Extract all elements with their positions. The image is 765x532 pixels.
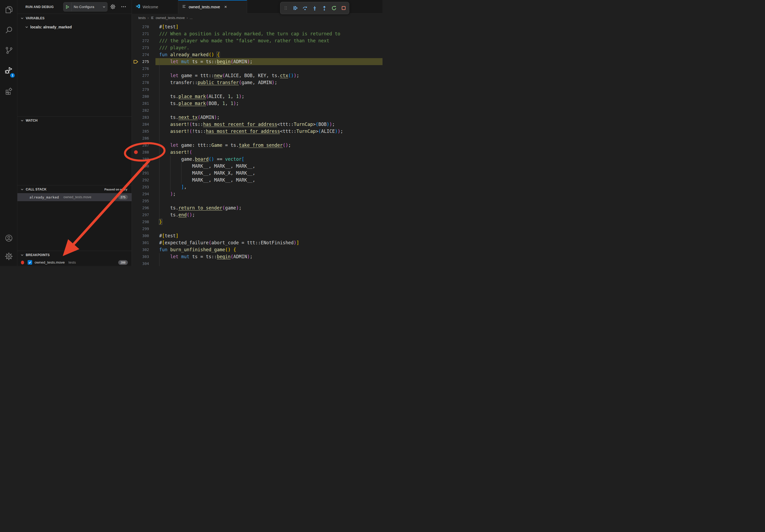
code-line[interactable]: 301#[expected_failure(abort_code = ttt::… — [132, 239, 382, 246]
code-line-content[interactable]: game.board() == vector[ — [156, 155, 382, 162]
gutter-glyph-margin[interactable] — [132, 190, 140, 197]
code-line-content[interactable]: /// player. — [156, 44, 382, 51]
gutter-glyph-margin[interactable] — [132, 218, 140, 225]
code-line[interactable]: 280 ts.place_mark(ALICE, 1, 1); — [132, 93, 382, 100]
code-line[interactable]: 279 — [132, 86, 382, 93]
code-line-content[interactable]: } — [156, 218, 382, 225]
code-line[interactable]: 299 — [132, 225, 382, 232]
section-header-breakpoints[interactable]: BREAKPOINTS — [17, 252, 132, 258]
breakpoint-checkbox[interactable] — [28, 260, 32, 265]
code-line[interactable]: 283 ts.next_tx(ADMIN); — [132, 114, 382, 121]
step-into-button[interactable] — [311, 3, 319, 13]
code-line-content[interactable] — [156, 197, 382, 204]
code-line[interactable]: 284 assert!(ts::has_most_recent_for_addr… — [132, 121, 382, 128]
code-line-content[interactable]: #[expected_failure(abort_code = ttt::ENo… — [156, 239, 382, 246]
code-line-content[interactable]: /// When a position is already marked, t… — [156, 30, 382, 37]
gutter-glyph-margin[interactable] — [132, 58, 140, 65]
gutter-glyph-margin[interactable] — [132, 121, 140, 128]
code-line-content[interactable]: let mut ts = ts::begin(ADMIN); — [156, 58, 382, 65]
tab-owned-tests[interactable]: owned_tests.move × — [178, 0, 247, 14]
code-area[interactable]: 270#[test]271/// When a position is alre… — [132, 22, 382, 266]
code-line-content[interactable]: ); — [156, 190, 382, 197]
gutter-glyph-margin[interactable] — [132, 149, 140, 155]
gutter-glyph-margin[interactable] — [132, 162, 140, 169]
gutter-glyph-margin[interactable] — [132, 107, 140, 114]
sidebar-item-search[interactable] — [0, 20, 17, 41]
line-number[interactable]: 271 — [140, 30, 149, 37]
call-stack-frame[interactable]: already_marked owned_tests.move 275 — [17, 193, 132, 201]
tab-welcome[interactable]: Welcome — [132, 0, 178, 14]
gutter-glyph-margin[interactable] — [132, 155, 140, 162]
gutter-glyph-margin[interactable] — [132, 86, 140, 93]
code-line[interactable]: 304 — [132, 260, 382, 266]
gutter-glyph-margin[interactable] — [132, 204, 140, 211]
gutter-glyph-margin[interactable] — [132, 169, 140, 176]
code-line[interactable]: 282 — [132, 107, 382, 114]
gutter-glyph-margin[interactable] — [132, 246, 140, 253]
code-line[interactable]: 274fun already_marked() { — [132, 51, 382, 58]
gutter-glyph-margin[interactable] — [132, 93, 140, 100]
gutter-glyph-margin[interactable] — [132, 100, 140, 107]
line-number[interactable]: 299 — [140, 225, 149, 232]
breakpoint-list-item[interactable]: owned_tests.move tests 288 — [17, 259, 132, 266]
code-line-content[interactable]: MARK__, MARK_X, MARK__, — [156, 169, 382, 176]
code-line-content[interactable]: ts.place_mark(BOB, 1, 1); — [156, 100, 382, 107]
gutter-glyph-margin[interactable] — [132, 37, 140, 44]
line-number[interactable]: 278 — [140, 79, 149, 86]
line-number[interactable]: 280 — [140, 93, 149, 100]
code-line-content[interactable]: assert!( — [156, 149, 382, 155]
section-header-call-stack[interactable]: CALL STACK Paused on entry — [17, 186, 132, 193]
code-line-content[interactable]: let game = ttt::new(ALICE, BOB, KEY, ts.… — [156, 72, 382, 79]
code-line-content[interactable]: assert!(ts::has_most_recent_for_address<… — [156, 121, 382, 128]
code-line-content[interactable] — [156, 225, 382, 232]
line-number[interactable]: 289 — [140, 155, 149, 162]
code-line-content[interactable]: let mut ts = ts::begin(ADMIN); — [156, 253, 382, 260]
line-number[interactable]: 297 — [140, 211, 149, 218]
code-line[interactable]: 290 MARK__, MARK__, MARK__, — [132, 162, 382, 169]
code-line[interactable]: 298} — [132, 218, 382, 225]
section-header-variables[interactable]: VARIABLES — [17, 15, 132, 21]
code-line[interactable]: 271/// When a position is already marked… — [132, 30, 382, 37]
line-number[interactable]: 296 — [140, 204, 149, 211]
variables-scope-row[interactable]: locals: already_marked — [17, 24, 132, 31]
breadcrumb-tests[interactable]: tests — [138, 16, 146, 20]
line-number[interactable]: 302 — [140, 246, 149, 253]
restart-button[interactable] — [330, 3, 338, 13]
gutter-glyph-margin[interactable] — [132, 114, 140, 121]
close-icon[interactable]: × — [224, 5, 227, 9]
code-line-content[interactable]: ts.place_mark(ALICE, 1, 1); — [156, 93, 382, 100]
more-actions-icon[interactable] — [121, 4, 127, 11]
account-button[interactable] — [0, 230, 17, 248]
line-number[interactable]: 283 — [140, 114, 149, 121]
gutter-glyph-margin[interactable] — [132, 225, 140, 232]
code-line-content[interactable]: ts.return_to_sender(game); — [156, 204, 382, 211]
code-line[interactable]: 272/// the player who made the "false" m… — [132, 37, 382, 44]
line-number[interactable]: 273 — [140, 44, 149, 51]
code-line[interactable]: 291 MARK__, MARK_X, MARK__, — [132, 169, 382, 176]
code-line[interactable]: 285 assert!(!ts::has_most_recent_for_add… — [132, 128, 382, 135]
gutter-glyph-margin[interactable] — [132, 142, 140, 149]
code-line-content[interactable]: ts.next_tx(ADMIN); — [156, 114, 382, 121]
gutter-glyph-margin[interactable] — [132, 239, 140, 246]
continue-button[interactable] — [291, 3, 300, 13]
code-line-content[interactable]: transfer::public_transfer(game, ADMIN); — [156, 79, 382, 86]
section-header-watch[interactable]: WATCH — [17, 117, 132, 124]
code-line[interactable]: 295 — [132, 197, 382, 204]
code-line[interactable]: 302fun burn_unfinished_game() { — [132, 246, 382, 253]
step-over-button[interactable] — [301, 3, 309, 13]
gutter-glyph-margin[interactable] — [132, 44, 140, 51]
line-number[interactable]: 288 — [140, 149, 149, 155]
code-line-content[interactable]: #[test] — [156, 23, 382, 30]
code-line[interactable]: 275 let mut ts = ts::begin(ADMIN); — [132, 58, 382, 65]
gutter-glyph-margin[interactable] — [132, 30, 140, 37]
code-line[interactable]: 270#[test] — [132, 23, 382, 30]
breakpoint-dot-icon[interactable] — [134, 150, 138, 154]
gutter-glyph-margin[interactable] — [132, 23, 140, 30]
gutter-glyph-margin[interactable] — [132, 135, 140, 142]
code-line[interactable]: 300#[test] — [132, 232, 382, 239]
code-line-content[interactable]: ts.end(); — [156, 211, 382, 218]
code-line[interactable]: 303 let mut ts = ts::begin(ADMIN); — [132, 253, 382, 260]
line-number[interactable]: 275 — [140, 58, 149, 65]
code-line[interactable]: 277 let game = ttt::new(ALICE, BOB, KEY,… — [132, 72, 382, 79]
gutter-glyph-margin[interactable] — [132, 260, 140, 266]
